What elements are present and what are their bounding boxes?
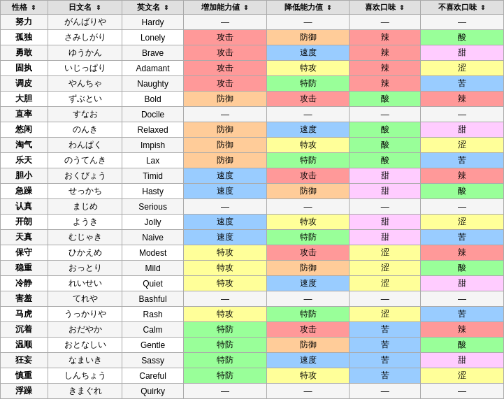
english-name-cell: Serious — [122, 199, 184, 215]
liked-flavor-cell: 涩 — [350, 276, 421, 291]
table-row: 沉着おだやかCalm特防攻击苦辣 — [1, 322, 504, 338]
decreased-stat-cell: 特攻 — [266, 215, 350, 230]
liked-flavor-cell: 酸 — [350, 122, 421, 138]
japanese-name-cell: おっとり — [48, 261, 122, 276]
nature-cell: 慎重 — [1, 368, 48, 384]
disliked-flavor-cell: 酸 — [421, 338, 504, 353]
decreased-stat-cell: 速度 — [266, 353, 350, 368]
decreased-stat-cell: 攻击 — [266, 168, 350, 184]
english-name-cell: Brave — [122, 45, 184, 61]
english-name-cell: Gentle — [122, 338, 184, 353]
sort-icon[interactable]: ⇕ — [243, 4, 249, 11]
japanese-name-cell: のんき — [48, 122, 122, 138]
disliked-flavor-cell: 甜 — [421, 353, 504, 368]
nature-cell: 浮躁 — [1, 384, 48, 399]
decreased-stat-cell: — — [266, 15, 350, 30]
decreased-stat-cell: 特攻 — [266, 61, 350, 76]
japanese-name-cell: ひかえめ — [48, 245, 122, 261]
increased-stat-cell: 防御 — [184, 138, 267, 153]
increased-stat-cell: 攻击 — [184, 76, 267, 92]
liked-flavor-cell: 酸 — [350, 153, 421, 168]
sort-icon[interactable]: ⇕ — [164, 4, 169, 11]
nature-cell: 淘气 — [1, 138, 48, 153]
disliked-flavor-cell: 甜 — [421, 276, 504, 291]
japanese-name-cell: おだやか — [48, 322, 122, 338]
liked-flavor-cell: 甜 — [350, 184, 421, 199]
nature-cell: 调皮 — [1, 76, 48, 92]
sort-icon[interactable]: ⇕ — [326, 4, 332, 11]
liked-flavor-cell: 甜 — [350, 215, 421, 230]
disliked-flavor-cell: 苦 — [421, 230, 504, 245]
english-name-cell: Docile — [122, 107, 184, 122]
disliked-flavor-cell: — — [421, 199, 504, 215]
sort-icon[interactable]: ⇕ — [480, 4, 486, 11]
liked-flavor-cell: — — [350, 107, 421, 122]
increased-stat-cell: 特攻 — [184, 307, 267, 322]
increased-stat-cell: 特防 — [184, 368, 267, 384]
decreased-stat-cell: 攻击 — [266, 245, 350, 261]
increased-stat-cell: 特攻 — [184, 245, 267, 261]
column-header: 性格 ⇕ — [1, 1, 48, 15]
decreased-stat-cell: 特攻 — [266, 138, 350, 153]
japanese-name-cell: いじっぱり — [48, 61, 122, 76]
increased-stat-cell: 速度 — [184, 230, 267, 245]
sort-icon[interactable]: ⇕ — [31, 4, 36, 11]
liked-flavor-cell: 涩 — [350, 245, 421, 261]
japanese-name-cell: おくびょう — [48, 168, 122, 184]
decreased-stat-cell: 特防 — [266, 230, 350, 245]
increased-stat-cell: 特防 — [184, 322, 267, 338]
nature-cell: 孤独 — [1, 30, 48, 45]
table-row: 调皮やんちゃNaughty攻击特防辣苦 — [1, 76, 504, 92]
increased-stat-cell: — — [184, 107, 267, 122]
increased-stat-cell: 特攻 — [184, 261, 267, 276]
decreased-stat-cell: 防御 — [266, 184, 350, 199]
japanese-name-cell: うっかりや — [48, 307, 122, 322]
table-row: 乐天のうてんきLax防御特防酸苦 — [1, 153, 504, 168]
table-row: 马虎うっかりやRash特攻特防涩苦 — [1, 307, 504, 322]
table-row: 直率すなおDocile———— — [1, 107, 504, 122]
sort-icon[interactable]: ⇕ — [96, 4, 101, 11]
table-row: 悠闲のんきRelaxed防御速度酸甜 — [1, 122, 504, 138]
table-row: 急躁せっかちHasty速度防御甜酸 — [1, 184, 504, 199]
disliked-flavor-cell: 辣 — [421, 245, 504, 261]
increased-stat-cell: 防御 — [184, 92, 267, 107]
increased-stat-cell: 特攻 — [184, 276, 267, 291]
english-name-cell: Lax — [122, 153, 184, 168]
disliked-flavor-cell: 酸 — [421, 261, 504, 276]
liked-flavor-cell: 苦 — [350, 353, 421, 368]
increased-stat-cell: — — [184, 15, 267, 30]
nature-cell: 开朗 — [1, 215, 48, 230]
english-name-cell: Timid — [122, 168, 184, 184]
nature-cell: 胆小 — [1, 168, 48, 184]
english-name-cell: Relaxed — [122, 122, 184, 138]
disliked-flavor-cell: 酸 — [421, 30, 504, 45]
disliked-flavor-cell: 苦 — [421, 307, 504, 322]
decreased-stat-cell: 防御 — [266, 30, 350, 45]
increased-stat-cell: 速度 — [184, 168, 267, 184]
japanese-name-cell: ずぶとい — [48, 92, 122, 107]
disliked-flavor-cell: 辣 — [421, 168, 504, 184]
table-row: 保守ひかえめModest特攻攻击涩辣 — [1, 245, 504, 261]
nature-cell: 冷静 — [1, 276, 48, 291]
increased-stat-cell: 攻击 — [184, 45, 267, 61]
english-name-cell: Bold — [122, 92, 184, 107]
decreased-stat-cell: 特防 — [266, 307, 350, 322]
disliked-flavor-cell: 苦 — [421, 76, 504, 92]
table-row: 开朗ようきJolly速度特攻甜涩 — [1, 215, 504, 230]
column-header: 増加能力値 ⇕ — [184, 1, 267, 15]
japanese-name-cell: せっかち — [48, 184, 122, 199]
table-row: 努力がんばりやHardy———— — [1, 15, 504, 30]
liked-flavor-cell: 酸 — [350, 138, 421, 153]
disliked-flavor-cell: 酸 — [421, 184, 504, 199]
japanese-name-cell: れいせい — [48, 276, 122, 291]
english-name-cell: Sassy — [122, 353, 184, 368]
liked-flavor-cell: 甜 — [350, 168, 421, 184]
liked-flavor-cell: 辣 — [350, 76, 421, 92]
english-name-cell: Rash — [122, 307, 184, 322]
english-name-cell: Hasty — [122, 184, 184, 199]
sort-icon[interactable]: ⇕ — [399, 4, 405, 11]
table-row: 天真むじゃきNaive速度特防甜苦 — [1, 230, 504, 245]
table-row: 狂妄なまいきSassy特防速度苦甜 — [1, 353, 504, 368]
nature-cell: 勇敢 — [1, 45, 48, 61]
japanese-name-cell: さみしがり — [48, 30, 122, 45]
